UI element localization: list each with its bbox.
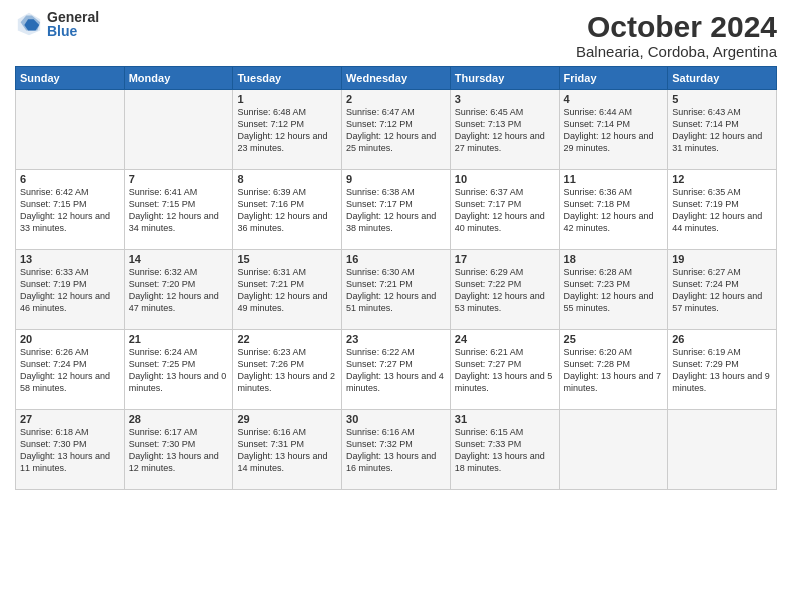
calendar-cell: 9Sunrise: 6:38 AM Sunset: 7:17 PM Daylig… [342,170,451,250]
day-info: Sunrise: 6:36 AM Sunset: 7:18 PM Dayligh… [564,186,664,235]
calendar-cell: 1Sunrise: 6:48 AM Sunset: 7:12 PM Daylig… [233,90,342,170]
header-day-thursday: Thursday [450,67,559,90]
day-info: Sunrise: 6:38 AM Sunset: 7:17 PM Dayligh… [346,186,446,235]
day-number: 7 [129,173,229,185]
day-number: 3 [455,93,555,105]
day-info: Sunrise: 6:48 AM Sunset: 7:12 PM Dayligh… [237,106,337,155]
week-row-4: 20Sunrise: 6:26 AM Sunset: 7:24 PM Dayli… [16,330,777,410]
day-number: 11 [564,173,664,185]
header-day-monday: Monday [124,67,233,90]
day-info: Sunrise: 6:47 AM Sunset: 7:12 PM Dayligh… [346,106,446,155]
header-day-tuesday: Tuesday [233,67,342,90]
calendar-cell [16,90,125,170]
day-info: Sunrise: 6:39 AM Sunset: 7:16 PM Dayligh… [237,186,337,235]
day-number: 20 [20,333,120,345]
logo-icon [15,10,43,38]
day-info: Sunrise: 6:15 AM Sunset: 7:33 PM Dayligh… [455,426,555,475]
day-info: Sunrise: 6:27 AM Sunset: 7:24 PM Dayligh… [672,266,772,315]
day-info: Sunrise: 6:37 AM Sunset: 7:17 PM Dayligh… [455,186,555,235]
day-number: 17 [455,253,555,265]
calendar-cell: 6Sunrise: 6:42 AM Sunset: 7:15 PM Daylig… [16,170,125,250]
calendar-cell [124,90,233,170]
day-number: 26 [672,333,772,345]
day-number: 24 [455,333,555,345]
calendar-cell: 2Sunrise: 6:47 AM Sunset: 7:12 PM Daylig… [342,90,451,170]
calendar-cell: 10Sunrise: 6:37 AM Sunset: 7:17 PM Dayli… [450,170,559,250]
day-number: 15 [237,253,337,265]
day-number: 6 [20,173,120,185]
logo: General Blue [15,10,99,38]
day-number: 23 [346,333,446,345]
day-info: Sunrise: 6:16 AM Sunset: 7:31 PM Dayligh… [237,426,337,475]
logo-blue: Blue [47,24,99,38]
calendar-cell: 14Sunrise: 6:32 AM Sunset: 7:20 PM Dayli… [124,250,233,330]
header-day-wednesday: Wednesday [342,67,451,90]
day-info: Sunrise: 6:43 AM Sunset: 7:14 PM Dayligh… [672,106,772,155]
calendar-cell: 24Sunrise: 6:21 AM Sunset: 7:27 PM Dayli… [450,330,559,410]
day-number: 25 [564,333,664,345]
day-info: Sunrise: 6:18 AM Sunset: 7:30 PM Dayligh… [20,426,120,475]
week-row-2: 6Sunrise: 6:42 AM Sunset: 7:15 PM Daylig… [16,170,777,250]
header-day-sunday: Sunday [16,67,125,90]
day-number: 31 [455,413,555,425]
day-number: 16 [346,253,446,265]
day-number: 1 [237,93,337,105]
calendar-table: SundayMondayTuesdayWednesdayThursdayFrid… [15,66,777,490]
day-info: Sunrise: 6:28 AM Sunset: 7:23 PM Dayligh… [564,266,664,315]
header-day-friday: Friday [559,67,668,90]
title-block: October 2024 Balnearia, Cordoba, Argenti… [576,10,777,60]
calendar-cell: 21Sunrise: 6:24 AM Sunset: 7:25 PM Dayli… [124,330,233,410]
calendar-cell: 18Sunrise: 6:28 AM Sunset: 7:23 PM Dayli… [559,250,668,330]
day-info: Sunrise: 6:42 AM Sunset: 7:15 PM Dayligh… [20,186,120,235]
week-row-3: 13Sunrise: 6:33 AM Sunset: 7:19 PM Dayli… [16,250,777,330]
calendar-cell: 31Sunrise: 6:15 AM Sunset: 7:33 PM Dayli… [450,410,559,490]
week-row-5: 27Sunrise: 6:18 AM Sunset: 7:30 PM Dayli… [16,410,777,490]
calendar-cell [559,410,668,490]
calendar-subtitle: Balnearia, Cordoba, Argentina [576,43,777,60]
calendar-cell: 25Sunrise: 6:20 AM Sunset: 7:28 PM Dayli… [559,330,668,410]
calendar-cell: 23Sunrise: 6:22 AM Sunset: 7:27 PM Dayli… [342,330,451,410]
day-number: 10 [455,173,555,185]
day-info: Sunrise: 6:29 AM Sunset: 7:22 PM Dayligh… [455,266,555,315]
day-number: 2 [346,93,446,105]
header-row: SundayMondayTuesdayWednesdayThursdayFrid… [16,67,777,90]
calendar-cell [668,410,777,490]
day-info: Sunrise: 6:23 AM Sunset: 7:26 PM Dayligh… [237,346,337,395]
day-number: 4 [564,93,664,105]
day-number: 18 [564,253,664,265]
logo-general: General [47,10,99,24]
day-number: 9 [346,173,446,185]
calendar-cell: 30Sunrise: 6:16 AM Sunset: 7:32 PM Dayli… [342,410,451,490]
day-info: Sunrise: 6:20 AM Sunset: 7:28 PM Dayligh… [564,346,664,395]
day-number: 27 [20,413,120,425]
day-info: Sunrise: 6:24 AM Sunset: 7:25 PM Dayligh… [129,346,229,395]
logo-text: General Blue [47,10,99,38]
day-info: Sunrise: 6:21 AM Sunset: 7:27 PM Dayligh… [455,346,555,395]
day-info: Sunrise: 6:16 AM Sunset: 7:32 PM Dayligh… [346,426,446,475]
day-info: Sunrise: 6:33 AM Sunset: 7:19 PM Dayligh… [20,266,120,315]
header: General Blue October 2024 Balnearia, Cor… [15,10,777,60]
page: General Blue October 2024 Balnearia, Cor… [0,0,792,612]
day-number: 8 [237,173,337,185]
day-info: Sunrise: 6:35 AM Sunset: 7:19 PM Dayligh… [672,186,772,235]
calendar-cell: 12Sunrise: 6:35 AM Sunset: 7:19 PM Dayli… [668,170,777,250]
calendar-cell: 3Sunrise: 6:45 AM Sunset: 7:13 PM Daylig… [450,90,559,170]
day-info: Sunrise: 6:22 AM Sunset: 7:27 PM Dayligh… [346,346,446,395]
calendar-cell: 13Sunrise: 6:33 AM Sunset: 7:19 PM Dayli… [16,250,125,330]
calendar-cell: 16Sunrise: 6:30 AM Sunset: 7:21 PM Dayli… [342,250,451,330]
day-number: 21 [129,333,229,345]
day-number: 29 [237,413,337,425]
header-day-saturday: Saturday [668,67,777,90]
day-number: 30 [346,413,446,425]
day-info: Sunrise: 6:17 AM Sunset: 7:30 PM Dayligh… [129,426,229,475]
calendar-cell: 15Sunrise: 6:31 AM Sunset: 7:21 PM Dayli… [233,250,342,330]
day-number: 5 [672,93,772,105]
day-number: 13 [20,253,120,265]
calendar-cell: 26Sunrise: 6:19 AM Sunset: 7:29 PM Dayli… [668,330,777,410]
calendar-cell: 11Sunrise: 6:36 AM Sunset: 7:18 PM Dayli… [559,170,668,250]
day-number: 14 [129,253,229,265]
calendar-cell: 4Sunrise: 6:44 AM Sunset: 7:14 PM Daylig… [559,90,668,170]
calendar-cell: 17Sunrise: 6:29 AM Sunset: 7:22 PM Dayli… [450,250,559,330]
day-info: Sunrise: 6:41 AM Sunset: 7:15 PM Dayligh… [129,186,229,235]
week-row-1: 1Sunrise: 6:48 AM Sunset: 7:12 PM Daylig… [16,90,777,170]
